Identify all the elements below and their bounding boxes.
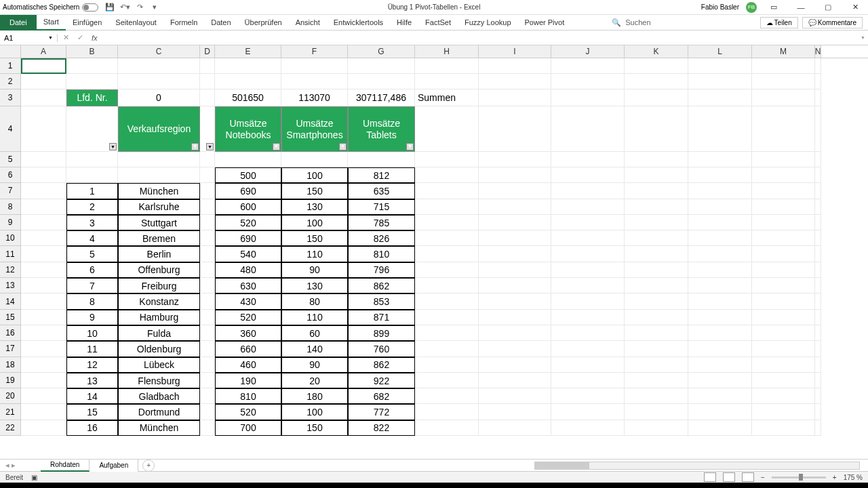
cell-b16[interactable]: 10 <box>66 325 118 341</box>
cell-e12[interactable]: 480 <box>215 262 281 278</box>
cell-g6[interactable]: 812 <box>348 167 415 183</box>
filter-c[interactable]: ▼ <box>191 143 199 150</box>
cell-K1[interactable] <box>625 58 688 74</box>
cell[interactable] <box>688 246 752 262</box>
cell[interactable] <box>688 215 752 230</box>
cell[interactable] <box>66 152 118 167</box>
cell[interactable] <box>21 310 66 325</box>
zoom-out-icon[interactable]: − <box>761 474 765 481</box>
cell-c7[interactable]: München <box>118 183 200 199</box>
cell[interactable] <box>625 262 688 278</box>
cell-g14[interactable]: 853 <box>348 293 415 309</box>
cell-f18[interactable]: 90 <box>281 357 348 373</box>
cell[interactable] <box>415 106 479 152</box>
add-sheet-button[interactable]: + <box>142 460 155 472</box>
cell[interactable]: 501650 <box>215 89 281 106</box>
cell[interactable] <box>479 246 551 262</box>
cell[interactable] <box>415 215 479 230</box>
cell[interactable] <box>625 152 688 167</box>
cell-c13[interactable]: Freiburg <box>118 278 200 293</box>
cell[interactable] <box>200 278 215 293</box>
cell[interactable] <box>625 357 688 373</box>
cell[interactable] <box>21 420 66 436</box>
cell[interactable] <box>415 230 479 246</box>
row-header-9[interactable]: 9 <box>0 215 21 230</box>
cell-f8[interactable]: 130 <box>281 199 348 215</box>
cell-b9[interactable]: 3 <box>66 215 118 230</box>
cell-c14[interactable]: Konstanz <box>118 293 200 309</box>
view-normal-icon[interactable] <box>704 472 716 482</box>
cell[interactable] <box>551 341 625 357</box>
cell[interactable] <box>551 325 625 341</box>
cell[interactable] <box>625 388 688 404</box>
row-header-14[interactable]: 14 <box>0 293 21 309</box>
cell-f7[interactable]: 150 <box>281 183 348 199</box>
row-header-21[interactable]: 21 <box>0 404 21 420</box>
cell[interactable] <box>215 74 281 89</box>
cell[interactable] <box>415 357 479 373</box>
row-header-20[interactable]: 20 <box>0 388 21 404</box>
cell-F1[interactable] <box>281 58 348 74</box>
cell[interactable] <box>688 230 752 246</box>
cell-b10[interactable]: 4 <box>66 230 118 246</box>
cell-b20[interactable]: 14 <box>66 388 118 404</box>
cell-e6[interactable]: 500 <box>215 167 281 183</box>
cell[interactable] <box>200 388 215 404</box>
cell[interactable]: 307117,486 <box>348 89 415 106</box>
comments-button[interactable]: 💬Kommentare <box>802 17 863 28</box>
maximize-icon[interactable]: ▢ <box>818 1 838 14</box>
cell[interactable] <box>551 74 625 89</box>
cell[interactable] <box>551 357 625 373</box>
cell[interactable] <box>551 293 625 309</box>
filter-d[interactable]: ▼ <box>206 143 214 150</box>
cell[interactable] <box>479 388 551 404</box>
cell[interactable] <box>479 262 551 278</box>
cell-b7[interactable]: 1 <box>66 183 118 199</box>
cell[interactable] <box>752 310 815 325</box>
cell-e7[interactable]: 690 <box>215 183 281 199</box>
cell[interactable] <box>479 293 551 309</box>
cell[interactable] <box>551 152 625 167</box>
cell[interactable] <box>479 199 551 215</box>
cell[interactable] <box>688 357 752 373</box>
cell[interactable] <box>479 357 551 373</box>
cell-b6[interactable] <box>66 167 118 183</box>
row-header-16[interactable]: 16 <box>0 325 21 341</box>
cell[interactable] <box>21 167 66 183</box>
cell[interactable] <box>200 89 215 106</box>
cell[interactable] <box>551 89 625 106</box>
col-header-G[interactable]: G <box>348 45 415 58</box>
cell[interactable] <box>118 152 200 167</box>
cell-g15[interactable]: 871 <box>348 310 415 325</box>
share-button[interactable]: ☁Teilen <box>760 17 798 28</box>
cell[interactable] <box>688 278 752 293</box>
cell[interactable] <box>752 152 815 167</box>
filter-b[interactable]: ▼ <box>109 143 117 150</box>
cell-c9[interactable]: Stuttgart <box>118 215 200 230</box>
cell[interactable] <box>415 74 479 89</box>
cell-f21[interactable]: 100 <box>281 404 348 420</box>
cell-f16[interactable]: 60 <box>281 325 348 341</box>
cell[interactable] <box>752 325 815 341</box>
filter-f[interactable]: ▼ <box>339 143 347 150</box>
cell-e20[interactable]: 810 <box>215 388 281 404</box>
cell[interactable] <box>415 262 479 278</box>
cell[interactable] <box>415 152 479 167</box>
tab-überprüfen[interactable]: Überprüfen <box>238 15 289 30</box>
cell-b8[interactable]: 2 <box>66 199 118 215</box>
cell-e15[interactable]: 520 <box>215 310 281 325</box>
col-header-C[interactable]: C <box>118 45 200 58</box>
chevron-down-icon[interactable]: ▼ <box>48 35 53 40</box>
cell[interactable] <box>415 388 479 404</box>
col-header-K[interactable]: K <box>625 45 688 58</box>
cell[interactable] <box>688 152 752 167</box>
cell-g18[interactable]: 862 <box>348 357 415 373</box>
cell-b13[interactable]: 7 <box>66 278 118 293</box>
cell[interactable] <box>752 246 815 262</box>
cell[interactable] <box>815 388 821 404</box>
cell-c6[interactable] <box>118 167 200 183</box>
cell[interactable] <box>479 152 551 167</box>
undo-icon[interactable]: ↶▾ <box>120 3 130 12</box>
cell[interactable] <box>752 183 815 199</box>
header-g[interactable]: Umsätze Tablets▼ <box>348 106 415 152</box>
